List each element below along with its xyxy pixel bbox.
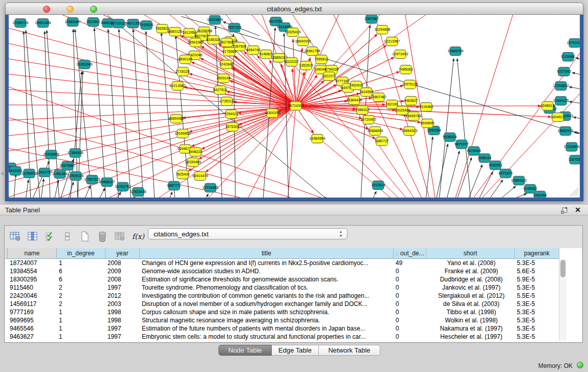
splitter-collapse-arrow[interactable]: [1, 171, 4, 176]
network-node[interactable]: 1413614: [371, 181, 385, 190]
tab-node-table[interactable]: Node Table: [219, 345, 272, 356]
neighbor-node[interactable]: 2718126: [176, 68, 189, 76]
neighbor-node[interactable]: 1728113: [220, 97, 234, 106]
neighbor-node[interactable]: 7663822: [155, 25, 169, 33]
neighbor-node[interactable]: 7254021: [224, 110, 238, 119]
network-node[interactable]: 15751074: [567, 39, 580, 48]
network-node[interactable]: 10958107: [99, 178, 115, 187]
network-node[interactable]: 3915311: [9, 167, 22, 176]
neighbor-node[interactable]: 19384554: [309, 135, 325, 143]
network-node[interactable]: 30975887: [59, 162, 75, 170]
network-node[interactable]: 11451944: [52, 170, 68, 179]
neighbor-node[interactable]: 5498222: [188, 148, 202, 157]
neighbor-node[interactable]: 8322037: [285, 58, 298, 67]
neighbor-node[interactable]: 18640910: [295, 37, 311, 46]
neighbor-node[interactable]: 8186328: [206, 36, 220, 45]
canvas-resize-grip[interactable]: [570, 188, 578, 196]
table-row[interactable]: 911546021997Tourette syndrome. Phenomeno…: [5, 283, 582, 292]
neighbor-node[interactable]: 16914479: [192, 172, 208, 181]
delete-button[interactable]: [96, 230, 109, 243]
new-document-button[interactable]: [78, 230, 92, 243]
neighbor-node[interactable]: 16961758: [304, 47, 320, 56]
neighbor-node[interactable]: 9242848: [219, 60, 233, 69]
network-node[interactable]: 10655287: [64, 18, 80, 27]
neighbor-node[interactable]: 1598513: [540, 102, 554, 111]
neighbor-node[interactable]: 16039489: [185, 158, 201, 167]
table-row[interactable]: 977716911998Corpus callosum shape and si…: [5, 308, 582, 316]
neighbor-node[interactable]: 16154808: [374, 26, 390, 34]
neighbor-node[interactable]: 9115460: [420, 103, 433, 112]
neighbor-node[interactable]: 1675304: [225, 123, 239, 132]
network-node[interactable]: 5938924: [443, 133, 456, 142]
neighbor-node[interactable]: 15166852: [175, 129, 190, 138]
network-node[interactable]: 14671355: [125, 19, 141, 28]
neighbor-node[interactable]: 8427512: [213, 86, 227, 95]
tab-network-table[interactable]: Network Table: [319, 345, 380, 356]
neighbor-node[interactable]: 10688609: [367, 127, 383, 136]
table-row[interactable]: 969969511998Structural magnetic resonanc…: [5, 316, 582, 324]
neighbor-node[interactable]: 15720407: [360, 116, 376, 124]
neighbor-node[interactable]: 12213583: [169, 82, 185, 91]
table-row[interactable]: 1830029562008Estimation of significance …: [5, 275, 582, 283]
network-node[interactable]: 17016504: [563, 143, 579, 151]
neighbor-node[interactable]: 9699695: [420, 119, 434, 128]
tab-edge-table[interactable]: Edge Table: [272, 345, 319, 356]
network-node[interactable]: 12093832: [553, 82, 569, 91]
network-node[interactable]: 10648784: [447, 47, 463, 56]
network-node[interactable]: 9474444: [467, 147, 481, 156]
network-node[interactable]: 10719135: [111, 19, 126, 28]
table-row[interactable]: 1456911722003Disruption of a novel membe…: [5, 300, 582, 308]
column-header-name[interactable]: name: [8, 248, 57, 259]
table-row[interactable]: 1872400712008Changes of HCN gene express…: [5, 259, 582, 267]
neighbor-node[interactable]: 1604617: [551, 113, 564, 122]
network-node[interactable]: 1527602: [86, 18, 100, 27]
column-header-pagerank[interactable]: pagerank: [515, 248, 559, 259]
network-node[interactable]: 22055724: [12, 19, 28, 28]
network-node[interactable]: 20206856: [43, 150, 59, 159]
neighbor-node[interactable]: 10807487: [371, 93, 386, 102]
neighbor-node[interactable]: 12975125: [402, 80, 418, 89]
neighbor-node[interactable]: 1880727: [375, 137, 388, 146]
neighbor-node[interactable]: 18654982: [168, 115, 184, 123]
neighbor-node[interactable]: 9463627: [404, 97, 418, 105]
rows-button[interactable]: [61, 230, 74, 243]
hub-node[interactable]: 18724007: [288, 102, 303, 111]
network-node[interactable]: 10654112: [511, 177, 527, 185]
network-node[interactable]: 16033809: [207, 16, 223, 25]
network-node[interactable]: 2935114: [478, 154, 492, 163]
neighbor-node[interactable]: 1621072: [322, 72, 336, 81]
network-node[interactable]: 12444135: [553, 97, 569, 105]
table-selector-dropdown[interactable]: citations_edges.txt ▲▼: [148, 228, 347, 239]
float-window-icon[interactable]: [561, 207, 568, 216]
function-builder-icon[interactable]: f(x): [130, 232, 146, 240]
network-window-titlebar[interactable]: citations_edges.txt: [5, 3, 583, 15]
network-node[interactable]: 17957223: [84, 176, 100, 184]
network-node[interactable]: 15716485: [202, 184, 218, 192]
neighbor-node[interactable]: 9860125: [168, 28, 182, 36]
neighbor-node[interactable]: 12213967: [384, 37, 400, 46]
network-node[interactable]: 17359926: [67, 149, 83, 158]
table-settings-button[interactable]: [9, 230, 22, 243]
neighbor-node[interactable]: 7955812: [314, 55, 328, 64]
delete-table-button[interactable]: [113, 230, 126, 243]
column-header-title[interactable]: title: [140, 248, 394, 259]
neighbor-node[interactable]: 7825402: [176, 170, 189, 179]
network-node[interactable]: 8471876: [498, 169, 512, 178]
network-node[interactable]: 11156809: [21, 169, 37, 178]
network-node[interactable]: 16782753: [115, 183, 130, 191]
network-node[interactable]: 9227343: [557, 68, 571, 76]
network-node[interactable]: 1167533: [569, 156, 580, 164]
table-row[interactable]: 1938455462009Genome-wide association stu…: [5, 267, 582, 275]
table-scrollbar[interactable]: [559, 259, 567, 341]
close-panel-icon[interactable]: ✕: [575, 206, 581, 214]
network-node[interactable]: 7632621: [488, 161, 502, 170]
neighbor-node[interactable]: 19654923: [401, 127, 417, 136]
network-node[interactable]: 9857771: [167, 182, 181, 190]
column-header-out_de[interactable]: △out_de...: [394, 248, 426, 259]
column-header-year[interactable]: year: [105, 248, 140, 259]
neighbor-node[interactable]: 9827508: [220, 38, 233, 47]
network-node[interactable]: 15692971: [557, 127, 573, 136]
select-columns-button[interactable]: [26, 230, 39, 243]
neighbor-node[interactable]: 9890145: [178, 55, 192, 64]
network-node[interactable]: 13942757: [36, 168, 52, 177]
